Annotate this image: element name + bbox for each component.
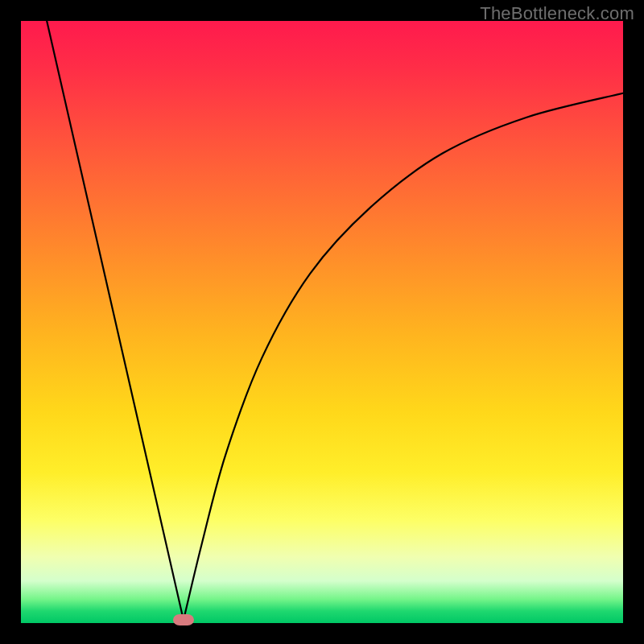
plot-area	[21, 21, 623, 623]
chart-frame: TheBottleneck.com	[0, 0, 644, 644]
curve-path	[47, 21, 623, 620]
curve-svg	[21, 21, 623, 623]
minimum-marker	[173, 614, 194, 625]
